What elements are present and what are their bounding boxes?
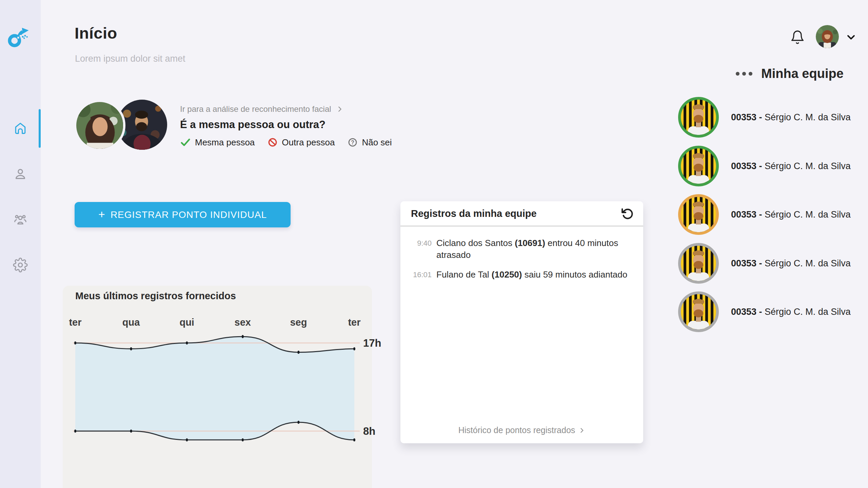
chevron-down-icon <box>845 31 857 43</box>
record-time: 16:01 <box>409 269 432 281</box>
team-member-row[interactable]: 00353 - Sérgio C. M. da Silva <box>678 289 861 334</box>
member-label: 00353 - Sérgio C. M. da Silva <box>731 307 851 317</box>
records-history-label: Histórico de pontos registrados <box>458 425 575 435</box>
face-match-link-label: Ir para a análise de reconhecimento faci… <box>180 104 331 114</box>
gear-icon <box>13 258 28 272</box>
option-dont-know[interactable]: ? Não sei <box>348 137 392 148</box>
member-avatar <box>678 194 719 235</box>
check-icon <box>180 137 191 148</box>
sidebar-item-settings[interactable] <box>13 258 28 272</box>
team-records-list: 9:40 Ciclano dos Santos (10691) entrou 4… <box>409 237 632 289</box>
team-member-row[interactable]: 00353 - Sérgio C. M. da Silva <box>678 143 861 189</box>
app-logo-icon <box>7 24 33 50</box>
ban-icon <box>268 137 278 147</box>
page-subtitle: Lorem ipsum dolor sit amet <box>75 54 185 64</box>
option-label: Não sei <box>362 137 392 148</box>
record-time: 9:40 <box>409 237 432 261</box>
member-avatar <box>678 243 719 284</box>
record-row: 9:40 Ciclano dos Santos (10691) entrou 4… <box>409 237 632 261</box>
svg-text:8h: 8h <box>363 425 375 437</box>
page-title: Início <box>75 24 117 42</box>
notifications-button[interactable] <box>790 29 805 45</box>
records-history-link[interactable]: Histórico de pontos registrados <box>400 425 643 435</box>
chevron-right-icon <box>578 427 585 434</box>
register-point-button[interactable]: + REGISTRAR PONTO INDIVIDUAL <box>75 202 291 227</box>
record-text: Fulano de Tal (10250) saiu 59 minutos ad… <box>436 269 627 281</box>
option-other-person[interactable]: Outra pessoa <box>268 137 335 148</box>
record-row: 16:01 Fulano de Tal (10250) saiu 59 minu… <box>409 269 632 281</box>
sidebar <box>0 0 41 488</box>
member-avatar <box>678 97 719 138</box>
team-member-row[interactable]: 00353 - Sérgio C. M. da Silva <box>678 95 861 140</box>
member-label: 00353 - Sérgio C. M. da Silva <box>731 258 851 269</box>
sidebar-item-home[interactable] <box>13 121 28 136</box>
team-member-row[interactable]: 00353 - Sérgio C. M. da Silva <box>678 241 861 286</box>
member-label: 00353 - Sérgio C. M. da Silva <box>731 112 851 123</box>
team-icon <box>13 212 28 227</box>
record-text: Ciclano dos Santos (10691) entrou 40 min… <box>436 237 632 261</box>
option-same-person[interactable]: Mesma pessoa <box>180 137 255 148</box>
refresh-button[interactable] <box>621 207 634 221</box>
team-records-header: Registros da minha equipe <box>400 201 643 226</box>
home-icon <box>13 121 28 136</box>
team-records-panel: Registros da minha equipe 9:40 Ciclano d… <box>400 201 643 443</box>
face-match-link[interactable]: Ir para a análise de reconhecimento faci… <box>180 104 343 114</box>
refresh-icon <box>621 207 634 221</box>
bell-icon <box>790 29 805 45</box>
plus-icon: + <box>98 208 105 220</box>
my-records-chart-card: Meus últimos registros fornecidos 17h8ht… <box>63 286 372 488</box>
user-avatar <box>816 25 839 48</box>
member-label: 00353 - Sérgio C. M. da Silva <box>731 161 851 171</box>
face-match-question: É a mesma pessoa ou outra? <box>180 119 326 131</box>
more-options-icon[interactable] <box>736 70 752 78</box>
svg-text:qua: qua <box>122 317 140 328</box>
sidebar-item-profile[interactable] <box>13 167 28 182</box>
member-label: 00353 - Sérgio C. M. da Silva <box>731 209 851 220</box>
member-avatar <box>678 146 719 186</box>
face-match-options: Mesma pessoa Outra pessoa ? Não sei <box>180 137 392 148</box>
team-member-row[interactable]: 00353 - Sérgio C. M. da Silva <box>678 192 861 237</box>
svg-text:ter: ter <box>69 317 81 328</box>
user-icon <box>13 167 28 182</box>
register-point-label: REGISTRAR PONTO INDIVIDUAL <box>111 209 267 220</box>
option-label: Outra pessoa <box>282 137 335 148</box>
user-menu[interactable] <box>816 25 860 48</box>
face-photo-1 <box>74 100 125 151</box>
svg-text:ter: ter <box>348 317 360 328</box>
records-area-chart: 17h8hterquaquisexsegter <box>63 286 372 488</box>
svg-text:seg: seg <box>290 317 307 328</box>
svg-text:17h: 17h <box>363 337 381 349</box>
team-records-title: Registros da minha equipe <box>411 208 537 219</box>
my-team-title: Minha equipe <box>761 66 844 81</box>
svg-text:qui: qui <box>179 317 194 328</box>
member-avatar <box>678 291 719 332</box>
sidebar-item-team[interactable] <box>13 212 28 227</box>
svg-text:?: ? <box>351 140 355 145</box>
question-icon: ? <box>348 137 358 147</box>
chevron-right-icon <box>336 105 343 113</box>
my-team-header: Minha equipe <box>736 66 844 81</box>
svg-text:sex: sex <box>235 317 251 328</box>
active-tab-indicator <box>39 109 41 148</box>
option-label: Mesma pessoa <box>195 137 255 148</box>
